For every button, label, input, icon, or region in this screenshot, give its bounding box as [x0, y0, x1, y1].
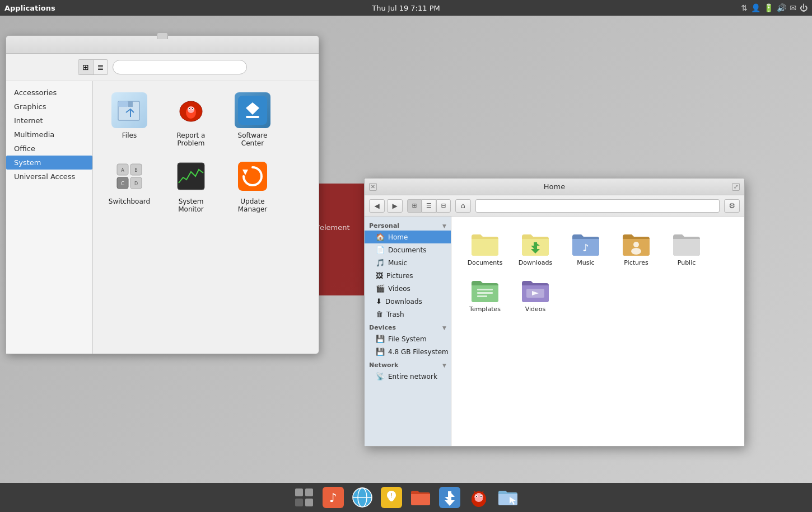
- svg-text:♪: ♪: [329, 491, 337, 505]
- fm-close-button[interactable]: ✕: [369, 183, 377, 191]
- fm-forward-button[interactable]: ▶: [387, 199, 403, 213]
- app-menu-label[interactable]: Applications: [4, 4, 55, 12]
- videos-sidebar-icon: 🎬: [376, 284, 385, 293]
- svg-text:C: C: [121, 181, 124, 186]
- app-menu-title-bar: [6, 36, 319, 54]
- templates-folder-label: Templates: [469, 306, 501, 313]
- app-update-manager[interactable]: Update Manager: [227, 158, 278, 213]
- folder-videos[interactable]: Videos: [513, 274, 558, 315]
- fm-sidebar-trash[interactable]: 🗑 Trash: [365, 308, 451, 321]
- fm-view-compact-button[interactable]: ⊟: [436, 199, 451, 213]
- folder-templates[interactable]: Templates: [463, 274, 507, 315]
- taskbar: ♪ !: [0, 483, 812, 512]
- volume-icon[interactable]: 🔊: [777, 3, 786, 12]
- sidebar-item-system[interactable]: System: [6, 156, 92, 170]
- taskbar-browser[interactable]: [349, 485, 376, 510]
- folder-music[interactable]: ♪ Music: [563, 228, 608, 269]
- taskbar-download[interactable]: [436, 485, 463, 510]
- sidebar-item-accessories[interactable]: Accessories: [6, 86, 92, 100]
- fm-content: Documents Downloads: [451, 217, 744, 446]
- user-icon[interactable]: 👤: [751, 3, 760, 12]
- fm-sidebar-videos[interactable]: 🎬 Videos: [365, 282, 451, 295]
- svg-rect-31: [178, 163, 204, 190]
- app-switchboard[interactable]: A B C D Switchboard: [104, 158, 155, 213]
- app-files[interactable]: Files: [104, 92, 155, 147]
- svg-rect-41: [477, 292, 493, 294]
- fm-sidebar-home[interactable]: 🏠 Home: [365, 231, 451, 243]
- fm-sidebar-entire-network[interactable]: 📡 Entire network: [365, 370, 451, 383]
- fm-back-button[interactable]: ◀: [369, 199, 385, 213]
- svg-point-63: [474, 493, 483, 502]
- battery-icon[interactable]: 🔋: [764, 3, 773, 12]
- email-icon[interactable]: ✉: [790, 3, 796, 12]
- view-grid-btn[interactable]: ⊞: [78, 60, 93, 74]
- pictures-folder-label: Pictures: [624, 259, 648, 266]
- pictures-folder-icon: [620, 230, 652, 257]
- app-menu-body: Accessories Graphics Internet Multimedia…: [6, 81, 319, 354]
- switchboard-label: Switchboard: [109, 198, 150, 205]
- devices-collapse-arrow[interactable]: ▼: [442, 325, 446, 331]
- taskbar-switchboard[interactable]: [291, 485, 318, 510]
- folder-documents[interactable]: Documents: [463, 228, 507, 269]
- taskbar-bug[interactable]: [465, 485, 492, 510]
- fm-view-list-button[interactable]: ☰: [422, 199, 436, 213]
- system-monitor-icon: [173, 158, 209, 194]
- public-folder-icon: [671, 230, 702, 257]
- network-collapse-arrow[interactable]: ▼: [442, 363, 446, 368]
- fm-sidebar-downloads[interactable]: ⬇ Downloads: [365, 295, 451, 308]
- documents-folder-icon: [469, 230, 501, 257]
- templates-folder-icon: [469, 276, 501, 303]
- svg-text:A: A: [121, 168, 124, 173]
- personal-collapse-arrow[interactable]: ▼: [442, 223, 446, 229]
- svg-rect-47: [295, 499, 303, 506]
- folder-public[interactable]: Public: [664, 228, 709, 269]
- sidebar-item-universal-access[interactable]: Universal Access: [6, 170, 92, 184]
- fm-sidebar-music[interactable]: 🎵 Music: [365, 256, 451, 269]
- filesystem48-sidebar-icon: 💾: [376, 347, 385, 356]
- sidebar-item-graphics[interactable]: Graphics: [6, 100, 92, 114]
- fm-sidebar-documents[interactable]: 📄 Documents: [365, 243, 451, 256]
- report-problem-icon: [173, 92, 209, 128]
- trash-sidebar-icon: 🗑: [376, 310, 383, 318]
- svg-point-38: [633, 242, 639, 247]
- taskbar-files[interactable]: [494, 485, 521, 510]
- home-sidebar-icon: 🏠: [376, 233, 385, 241]
- folder-downloads[interactable]: Downloads: [513, 228, 558, 269]
- sidebar-item-multimedia[interactable]: Multimedia: [6, 128, 92, 142]
- fm-sidebar-filesystem-48[interactable]: 💾 4.8 GB Filesystem: [365, 345, 451, 358]
- public-folder-label: Public: [678, 259, 696, 266]
- taskbar-chat[interactable]: !: [378, 485, 405, 510]
- app-report-problem[interactable]: Report a Problem: [166, 92, 216, 147]
- taskbar-music[interactable]: ♪: [320, 485, 347, 510]
- fm-body: Personal ▼ 🏠 Home 📄 Documents 🎵 Music 🖼: [365, 217, 744, 446]
- filesystem-sidebar-icon: 💾: [376, 335, 385, 343]
- folder-pictures[interactable]: Pictures: [614, 228, 659, 269]
- app-software-center[interactable]: Software Center: [227, 92, 278, 147]
- search-input[interactable]: [113, 60, 247, 74]
- documents-folder-label: Documents: [468, 259, 503, 266]
- power-icon[interactable]: ⏻: [800, 3, 808, 12]
- sidebar-item-office[interactable]: Office: [6, 142, 92, 156]
- fm-home-button[interactable]: ⌂: [455, 199, 471, 213]
- sort-icon[interactable]: ⇅: [741, 3, 748, 12]
- svg-rect-1: [118, 101, 128, 107]
- fm-sidebar-pictures[interactable]: 🖼 Pictures: [365, 269, 451, 282]
- svg-point-67: [480, 496, 482, 497]
- fm-maximize-button[interactable]: ⤢: [732, 183, 740, 191]
- app-system-monitor[interactable]: System Monitor: [166, 158, 216, 213]
- view-list-btn[interactable]: ≣: [93, 60, 108, 74]
- svg-point-10: [192, 108, 193, 109]
- fm-view-buttons: ⊞ ☰ ⊟: [407, 199, 451, 213]
- top-panel: Applications Thu Jul 19 7:11 PM ⇅ 👤 🔋 🔊 …: [0, 0, 812, 16]
- software-center-icon: [235, 92, 270, 128]
- downloads-folder-icon: [520, 230, 551, 257]
- fm-view-icons-button[interactable]: ⊞: [407, 199, 422, 213]
- fm-title: Home: [544, 182, 565, 191]
- fm-sidebar: Personal ▼ 🏠 Home 📄 Documents 🎵 Music 🖼: [365, 217, 451, 446]
- fm-sidebar-filesystem[interactable]: 💾 File System: [365, 332, 451, 345]
- sidebar-item-internet[interactable]: Internet: [6, 114, 92, 128]
- software-center-label: Software Center: [227, 131, 278, 147]
- taskbar-red-folder[interactable]: [407, 485, 434, 510]
- fm-gear-button[interactable]: ⚙: [724, 199, 740, 213]
- fm-location-bar[interactable]: [475, 199, 720, 213]
